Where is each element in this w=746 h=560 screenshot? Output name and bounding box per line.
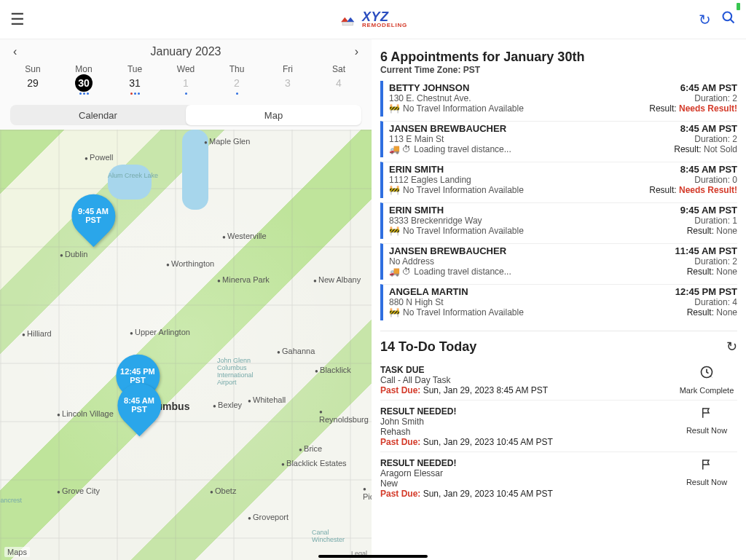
appointment-row[interactable]: ERIN SMITH8333 Breckenridge Way🚧 No Trav…: [380, 202, 737, 239]
right-pane: 6 Appointments for January 30th Current …: [372, 39, 746, 560]
appointment-address: No Address: [389, 256, 635, 267]
appointment-time: 11:45 AM PST: [635, 245, 737, 256]
todo-due: Past Due: Sun, Jan 29, 2023 10:45 AM PST: [380, 489, 669, 499]
weekday-label: Wed: [160, 64, 211, 74]
calendar-day[interactable]: 31: [109, 74, 160, 98]
todo-label: TASK DUE: [380, 365, 669, 375]
appointment-travel: 🚧 No Travel Information Available: [389, 103, 635, 114]
appointment-result: Result: Not Sold: [635, 144, 737, 154]
appointment-duration: Duration: 4: [635, 297, 737, 307]
appointment-address: 1112 Eagles Landing: [389, 175, 635, 185]
home-indicator[interactable]: [318, 555, 428, 558]
map-city-label: John Glenn Columbus International Airpor…: [217, 357, 268, 386]
appointment-row[interactable]: JANSEN BREWBAUCHER113 E Main St🚚 ⏱ Loadi…: [380, 121, 737, 157]
segment-map[interactable]: Map: [186, 105, 361, 125]
appointment-name: ANGELA MARTIN: [389, 286, 635, 297]
appointment-row[interactable]: ANGELA MARTIN880 N High St🚧 No Travel In…: [380, 284, 737, 320]
refresh-icon[interactable]: ↻: [699, 11, 711, 28]
weekday-label: Fri: [262, 64, 313, 74]
appointment-address: 130 E. Chestnut Ave.: [389, 93, 635, 103]
maps-attribution: Maps: [4, 547, 30, 557]
appointment-row[interactable]: BETTY JOHNSON130 E. Chestnut Ave.🚧 No Tr…: [380, 81, 737, 117]
status-battery-icon: [737, 3, 740, 10]
todo-action[interactable]: Mark Complete: [676, 365, 737, 395]
cal-title: January 2023: [151, 45, 221, 58]
todo-refresh-icon[interactable]: ↻: [726, 339, 737, 355]
appointment-travel: 🚧 No Travel Information Available: [389, 307, 635, 318]
calendar-day[interactable]: 2: [211, 74, 262, 98]
svg-rect-0: [342, 22, 353, 25]
map-city-label: ● Westerville: [222, 232, 267, 240]
map-city-label: ● Reynoldsburg: [319, 406, 372, 424]
map-city-label: ● Hilliard: [22, 329, 52, 338]
calendar-day[interactable]: 29: [7, 74, 58, 98]
map-city-label: Alum Creek Lake: [108, 172, 158, 179]
todo-label: RESULT NEEDED!: [380, 458, 669, 468]
svg-point-1: [723, 12, 732, 21]
todo-action[interactable]: Result Now: [676, 458, 737, 499]
todo-label: RESULT NEEDED!: [380, 406, 669, 417]
appointment-duration: Duration: 1: [635, 216, 737, 226]
appointment-time: 12:45 PM PST: [635, 286, 737, 297]
brand-line1: XYZ: [362, 11, 407, 23]
calendar-day[interactable]: 1: [160, 74, 211, 98]
todo-title: 14 To-Do Today: [380, 339, 476, 355]
appointment-time: 9:45 AM PST: [635, 205, 737, 216]
weekday-label: Tue: [109, 64, 160, 74]
map-water: [108, 165, 152, 200]
todo-line: Rehash: [380, 427, 669, 437]
map-city-label: ● Blacklick Estates: [281, 459, 347, 468]
appointment-name: BETTY JOHNSON: [389, 82, 635, 93]
car-icon: 🚚 ⏱: [389, 267, 411, 277]
segment-calendar[interactable]: Calendar: [10, 105, 186, 125]
logo-icon: [339, 12, 358, 27]
appointments-title: 6 Appointments for January 30th: [380, 50, 737, 65]
appointment-time: 8:45 AM PST: [635, 164, 737, 175]
todo-row[interactable]: TASK DUECall - All Day TaskPast Due: Sun…: [380, 359, 737, 400]
calendar-day[interactable]: 3: [262, 74, 313, 98]
appointment-name: ERIN SMITH: [389, 164, 635, 175]
map-city-label: ● Brice: [299, 444, 322, 453]
car-icon: 🚚 ⏱: [389, 144, 411, 154]
map-city-label: ● Maple Glen: [204, 137, 250, 146]
svg-line-2: [731, 20, 734, 23]
todo-row[interactable]: RESULT NEEDED!John SmithRehashPast Due: …: [380, 400, 737, 451]
weekday-label: Sun: [7, 64, 58, 74]
appointment-duration: Duration: 2: [635, 134, 737, 144]
map-city-label: ● Worthington: [166, 259, 214, 268]
appointment-address: 8333 Breckenridge Way: [389, 216, 635, 226]
warn-icon: 🚧: [389, 226, 400, 236]
map-city-label: ● Whitehall: [248, 395, 286, 404]
menu-icon[interactable]: ☰: [10, 10, 25, 29]
search-icon[interactable]: [721, 10, 736, 28]
cal-next-icon[interactable]: ›: [355, 45, 358, 58]
appointment-name: JANSEN BREWBAUCHER: [389, 123, 635, 134]
appointment-row[interactable]: ERIN SMITH1112 Eagles Landing🚧 No Travel…: [380, 162, 737, 198]
appointment-result: Result: Needs Result!: [635, 185, 737, 195]
todo-action[interactable]: Result Now: [676, 406, 737, 447]
map-city-label: ● Blacklick: [315, 366, 351, 374]
appointment-travel: 🚧 No Travel Information Available: [389, 185, 635, 195]
appointment-address: 113 E Main St: [389, 134, 635, 144]
calendar-day[interactable]: 4: [313, 74, 364, 98]
warn-icon: 🚧: [389, 307, 400, 318]
appointment-row[interactable]: JANSEN BREWBAUCHERNo Address🚚 ⏱ Loading …: [380, 243, 737, 280]
left-pane: ‹ January 2023 › SunMonTueWedThuFriSat 2…: [0, 39, 372, 560]
weekday-label: Mon: [58, 64, 109, 74]
appointments-subtitle: Current Time Zone: PST: [380, 65, 737, 75]
appointment-address: 880 N High St: [389, 297, 635, 307]
map-city-label: ● Lincoln Village: [57, 409, 114, 418]
cal-prev-icon[interactable]: ‹: [13, 45, 17, 58]
todo-line: John Smith: [380, 417, 669, 427]
todo-due: Past Due: Sun, Jan 29, 2023 8:45 AM PST: [380, 385, 669, 395]
warn-icon: 🚧: [389, 103, 400, 114]
map-city-label: ● Dublin: [60, 250, 87, 259]
map-view[interactable]: Maps Legal ● Maple GlenAlum Creek Lake● …: [0, 130, 372, 560]
todo-line: Call - All Day Task: [380, 375, 669, 385]
view-segment: Calendar Map: [10, 105, 361, 125]
appointment-result: Result: Needs Result!: [635, 103, 737, 114]
map-city-label: ● Obetz: [210, 486, 236, 495]
clock-icon: [699, 365, 714, 383]
calendar-day[interactable]: 30: [58, 74, 109, 98]
todo-row[interactable]: RESULT NEEDED!Aragorn ElessarNewPast Due…: [380, 451, 737, 503]
